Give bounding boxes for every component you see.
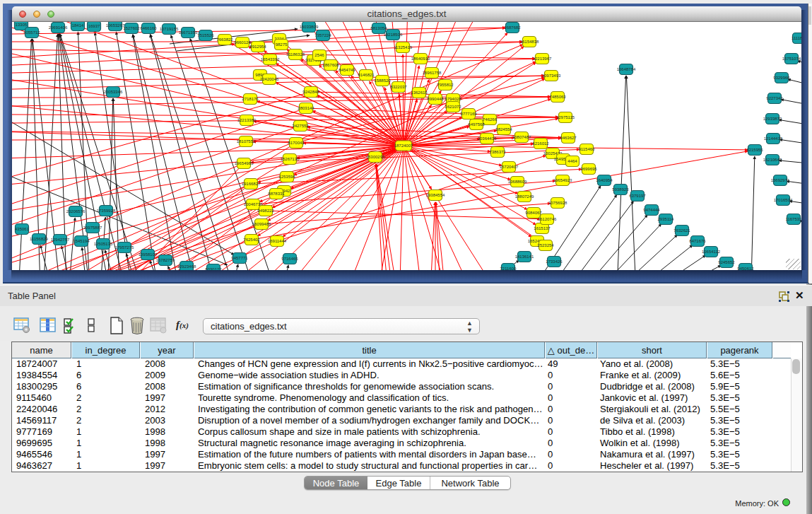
svg-text:9245652: 9245652 xyxy=(718,260,735,264)
svg-text:9699695: 9699695 xyxy=(580,167,597,171)
svg-text:16911444: 16911444 xyxy=(268,239,287,243)
svg-text:16937: 16937 xyxy=(88,24,100,28)
svg-text:2803144: 2803144 xyxy=(298,106,314,110)
svg-text:1545194: 1545194 xyxy=(73,239,90,243)
svg-text:16120746: 16120746 xyxy=(538,217,557,221)
svg-text:9084067: 9084067 xyxy=(525,211,542,215)
svg-text:16782759: 16782759 xyxy=(156,258,175,262)
svg-text:1253594: 1253594 xyxy=(278,175,295,179)
svg-text:19654983: 19654983 xyxy=(235,161,254,165)
svg-text:1615137: 1615137 xyxy=(534,226,551,230)
svg-text:10807487: 10807487 xyxy=(512,135,531,139)
svg-text:12213967: 12213967 xyxy=(533,57,552,61)
svg-text:20053346: 20053346 xyxy=(104,90,123,94)
svg-text:15267130: 15267130 xyxy=(281,157,300,161)
svg-text:14136141: 14136141 xyxy=(515,255,534,259)
svg-text:13305: 13305 xyxy=(16,23,28,27)
svg-text:12505135: 12505135 xyxy=(94,242,113,246)
svg-text:2523254: 2523254 xyxy=(537,243,554,247)
svg-text:9474444: 9474444 xyxy=(643,208,660,212)
svg-text:18414: 18414 xyxy=(72,23,84,28)
svg-text:20691406: 20691406 xyxy=(49,25,68,30)
svg-text:2546: 2546 xyxy=(314,53,324,57)
svg-text:2867608: 2867608 xyxy=(322,63,339,67)
svg-text:20364436: 20364436 xyxy=(478,136,497,141)
svg-text:10973493: 10973493 xyxy=(542,74,561,78)
svg-text:10654112: 10654112 xyxy=(702,250,721,254)
svg-text:11325419: 11325419 xyxy=(394,45,413,49)
svg-text:15751074: 15751074 xyxy=(782,57,801,61)
svg-text:16154838: 16154838 xyxy=(520,40,539,44)
svg-text:16543392: 16543392 xyxy=(261,57,280,62)
svg-text:1527602: 1527602 xyxy=(123,26,140,30)
svg-text:22420046: 22420046 xyxy=(260,77,279,81)
svg-text:7625402: 7625402 xyxy=(243,238,260,242)
svg-text:9115460: 9115460 xyxy=(579,147,596,151)
svg-text:7386372: 7386372 xyxy=(489,150,506,154)
svg-text:17016504: 17016504 xyxy=(774,198,793,202)
svg-text:2935114: 2935114 xyxy=(658,217,675,221)
svg-text:15720407: 15720407 xyxy=(500,165,519,169)
svg-text:4055712: 4055712 xyxy=(23,30,40,35)
svg-text:19166827: 19166827 xyxy=(242,182,261,186)
svg-text:6379197: 6379197 xyxy=(629,194,646,198)
svg-text:1588520: 1588520 xyxy=(374,78,391,83)
svg-text:8912954: 8912954 xyxy=(249,45,266,49)
svg-text:6466160: 6466160 xyxy=(140,26,157,30)
svg-text:16033809: 16033809 xyxy=(300,25,319,29)
svg-text:9498222: 9498222 xyxy=(257,209,274,213)
svg-text:9329966: 9329966 xyxy=(773,76,790,80)
svg-text:17957275: 17957275 xyxy=(115,245,134,250)
svg-text:7663822: 7663822 xyxy=(216,37,233,42)
svg-text:9457771: 9457771 xyxy=(231,256,248,260)
svg-text:1111874: 1111874 xyxy=(792,36,801,40)
svg-text:7632621: 7632621 xyxy=(673,228,690,233)
svg-text:9227342: 9227342 xyxy=(766,96,783,100)
svg-text:9660124: 9660124 xyxy=(234,40,251,45)
svg-text:8878331: 8878331 xyxy=(268,192,285,196)
svg-text:7485063: 7485063 xyxy=(549,95,566,99)
svg-text:6497568: 6497568 xyxy=(468,122,485,127)
svg-text:18640910: 18640910 xyxy=(411,57,430,61)
svg-text:8813054: 8813054 xyxy=(370,26,387,30)
svg-text:10958107: 10958107 xyxy=(139,252,158,257)
svg-text:31186328: 31186328 xyxy=(286,52,305,57)
svg-text:10688609: 10688609 xyxy=(508,180,527,184)
svg-text:7211600: 7211600 xyxy=(500,267,517,270)
svg-text:17359928: 17359928 xyxy=(97,209,116,213)
svg-text:9777169: 9777169 xyxy=(460,112,477,116)
svg-text:16210643: 16210643 xyxy=(763,158,782,162)
svg-text:1621072: 1621072 xyxy=(445,105,461,109)
svg-text:8454749: 8454749 xyxy=(339,68,355,72)
svg-text:15692971: 15692971 xyxy=(771,178,790,182)
svg-text:8471676: 8471676 xyxy=(689,239,706,243)
svg-text:746266: 746266 xyxy=(483,117,498,122)
svg-text:11156829: 11156829 xyxy=(30,237,48,241)
svg-text:9146821: 9146821 xyxy=(358,73,375,77)
svg-text:3427552: 3427552 xyxy=(292,124,309,128)
svg-text:10719155: 10719155 xyxy=(160,27,179,31)
svg-text:16099489: 16099489 xyxy=(252,222,271,226)
svg-text:16961758: 16961758 xyxy=(423,71,442,75)
svg-text:16648784: 16648784 xyxy=(617,67,636,71)
svg-text:9450612: 9450612 xyxy=(737,267,754,270)
svg-text:3824554: 3824554 xyxy=(495,127,512,132)
svg-text:19218506: 19218506 xyxy=(384,33,403,37)
svg-text:7515526: 7515526 xyxy=(197,33,214,37)
svg-text:12213389: 12213389 xyxy=(237,118,257,122)
svg-text:5938923: 5938923 xyxy=(612,187,629,192)
svg-text:1733426: 1733426 xyxy=(546,259,563,264)
svg-text:18724007: 18724007 xyxy=(394,144,413,148)
svg-text:98275: 98275 xyxy=(276,42,288,47)
svg-text:9242848: 9242848 xyxy=(302,90,319,94)
svg-text:1640954: 1640954 xyxy=(596,178,613,182)
svg-text:19654923: 19654923 xyxy=(553,178,572,182)
svg-text:7357224: 7357224 xyxy=(314,33,331,37)
svg-text:12933873: 12933873 xyxy=(763,117,782,121)
svg-text:9463627: 9463627 xyxy=(560,136,577,140)
svg-text:1167531: 1167531 xyxy=(786,217,801,221)
svg-text:6794028: 6794028 xyxy=(445,97,461,101)
svg-text:10756928: 10756928 xyxy=(548,201,567,205)
svg-text:10653267: 10653267 xyxy=(106,23,125,28)
svg-text:9716465: 9716465 xyxy=(281,257,298,261)
